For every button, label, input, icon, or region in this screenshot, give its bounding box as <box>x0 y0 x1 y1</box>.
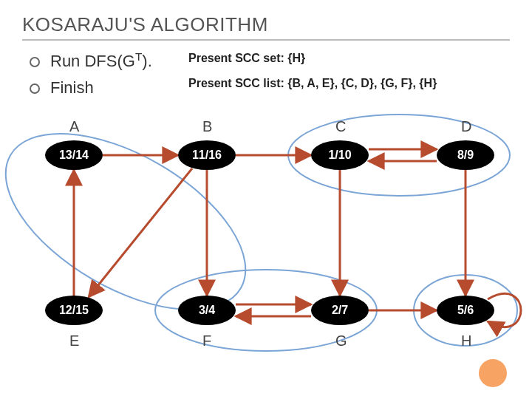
node-h: 5/6 <box>437 296 494 325</box>
node-c: 1/10 <box>311 140 369 170</box>
page-title: KOSARAJU'S ALGORITHM <box>22 13 510 41</box>
node-label-d: D <box>461 118 471 135</box>
bullet-icon <box>30 83 40 94</box>
node-label-c: C <box>335 118 346 135</box>
node-b: 11/16 <box>178 140 236 170</box>
node-label-h: H <box>461 332 471 349</box>
node-f: 3/4 <box>178 296 236 325</box>
node-label-b: B <box>202 118 212 135</box>
node-f-value: 3/4 <box>199 304 215 317</box>
bullet-text-1-post: ). <box>142 52 151 70</box>
bullet-text-1: Run DFS(GT). <box>50 50 152 71</box>
bullet-icon <box>30 57 40 67</box>
node-g-value: 2/7 <box>332 304 348 317</box>
node-label-f: F <box>202 332 211 349</box>
node-c-value: 1/10 <box>328 149 351 162</box>
bullet-text-1-pre: Run DFS(G <box>50 52 135 70</box>
node-b-value: 11/16 <box>192 149 222 162</box>
node-a-value: 13/14 <box>59 149 89 162</box>
node-e-value: 12/15 <box>59 304 89 317</box>
node-label-g: G <box>335 332 347 349</box>
node-a: 13/14 <box>45 140 103 170</box>
scc-list-label: Present SCC list: {B, A, E}, {C, D}, {G,… <box>188 77 437 90</box>
node-d: 8/9 <box>437 140 494 170</box>
node-e: 12/15 <box>45 296 103 325</box>
bullet-text-1-sup: T <box>135 50 142 63</box>
bullet-item-2: Finish <box>30 78 152 98</box>
node-g: 2/7 <box>311 296 369 325</box>
edge-b-e <box>89 168 192 297</box>
bullet-list: Run DFS(GT). Finish <box>30 50 152 105</box>
node-d-value: 8/9 <box>457 149 474 162</box>
graph-diagram: 13/14 11/16 1/10 8/9 12/15 3/4 2/7 5/6 A… <box>15 103 517 384</box>
bullet-text-2: Finish <box>50 78 94 98</box>
node-label-a: A <box>69 118 79 135</box>
node-label-e: E <box>69 332 79 349</box>
bullet-item-1: Run DFS(GT). <box>30 50 152 71</box>
decor-corner-dot <box>479 359 507 387</box>
node-h-value: 5/6 <box>457 304 474 317</box>
scc-set-label: Present SCC set: {H} <box>188 52 305 65</box>
